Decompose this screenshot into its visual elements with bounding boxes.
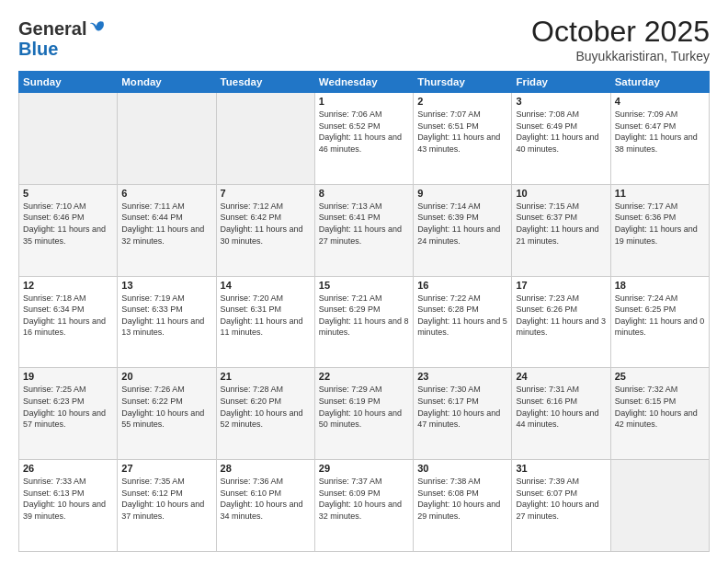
table-row: 16Sunrise: 7:22 AM Sunset: 6:28 PM Dayli… <box>414 276 512 368</box>
day-info: Sunrise: 7:10 AM Sunset: 6:46 PM Dayligh… <box>23 201 113 247</box>
table-row: 5Sunrise: 7:10 AM Sunset: 6:46 PM Daylig… <box>19 184 118 276</box>
day-info: Sunrise: 7:29 AM Sunset: 6:19 PM Dayligh… <box>319 384 409 430</box>
day-info: Sunrise: 7:26 AM Sunset: 6:22 PM Dayligh… <box>121 384 211 430</box>
page: General Blue October 2025 Buyukkaristira… <box>0 0 728 563</box>
calendar-week-row: 26Sunrise: 7:33 AM Sunset: 6:13 PM Dayli… <box>19 460 710 552</box>
day-info: Sunrise: 7:30 AM Sunset: 6:17 PM Dayligh… <box>417 384 507 430</box>
table-row: 26Sunrise: 7:33 AM Sunset: 6:13 PM Dayli… <box>19 460 118 552</box>
table-row: 31Sunrise: 7:39 AM Sunset: 6:07 PM Dayli… <box>512 460 610 552</box>
calendar-subtitle: Buyukkaristiran, Turkey <box>531 49 710 63</box>
table-row: 6Sunrise: 7:11 AM Sunset: 6:44 PM Daylig… <box>118 184 216 276</box>
day-info: Sunrise: 7:33 AM Sunset: 6:13 PM Dayligh… <box>23 476 113 522</box>
day-info: Sunrise: 7:35 AM Sunset: 6:12 PM Dayligh… <box>121 476 211 522</box>
table-row <box>118 93 216 185</box>
day-number: 24 <box>516 371 606 382</box>
day-number: 4 <box>615 96 705 107</box>
logo-blue-text: Blue <box>18 39 58 59</box>
logo: General Blue <box>18 18 105 59</box>
day-number: 15 <box>319 280 409 291</box>
day-number: 23 <box>417 371 507 382</box>
table-row: 22Sunrise: 7:29 AM Sunset: 6:19 PM Dayli… <box>314 368 413 460</box>
table-row <box>19 93 118 185</box>
table-row: 21Sunrise: 7:28 AM Sunset: 6:20 PM Dayli… <box>216 368 314 460</box>
day-number: 25 <box>615 371 705 382</box>
calendar-week-row: 19Sunrise: 7:25 AM Sunset: 6:23 PM Dayli… <box>19 368 710 460</box>
day-number: 28 <box>221 463 311 474</box>
day-info: Sunrise: 7:18 AM Sunset: 6:34 PM Dayligh… <box>23 293 113 339</box>
day-number: 1 <box>319 96 409 107</box>
calendar-week-row: 5Sunrise: 7:10 AM Sunset: 6:46 PM Daylig… <box>19 184 710 276</box>
table-row: 14Sunrise: 7:20 AM Sunset: 6:31 PM Dayli… <box>216 276 314 368</box>
day-number: 14 <box>221 280 311 291</box>
table-row: 11Sunrise: 7:17 AM Sunset: 6:36 PM Dayli… <box>610 184 709 276</box>
table-row: 27Sunrise: 7:35 AM Sunset: 6:12 PM Dayli… <box>118 460 216 552</box>
table-row: 17Sunrise: 7:23 AM Sunset: 6:26 PM Dayli… <box>512 276 610 368</box>
table-row: 25Sunrise: 7:32 AM Sunset: 6:15 PM Dayli… <box>610 368 709 460</box>
col-thursday: Thursday <box>414 72 512 93</box>
day-info: Sunrise: 7:14 AM Sunset: 6:39 PM Dayligh… <box>417 201 507 247</box>
day-info: Sunrise: 7:23 AM Sunset: 6:26 PM Dayligh… <box>516 293 606 339</box>
table-row: 3Sunrise: 7:08 AM Sunset: 6:49 PM Daylig… <box>512 93 610 185</box>
day-info: Sunrise: 7:11 AM Sunset: 6:44 PM Dayligh… <box>121 201 211 247</box>
day-number: 27 <box>121 463 211 474</box>
table-row: 29Sunrise: 7:37 AM Sunset: 6:09 PM Dayli… <box>314 460 413 552</box>
table-row: 10Sunrise: 7:15 AM Sunset: 6:37 PM Dayli… <box>512 184 610 276</box>
table-row: 23Sunrise: 7:30 AM Sunset: 6:17 PM Dayli… <box>414 368 512 460</box>
day-info: Sunrise: 7:25 AM Sunset: 6:23 PM Dayligh… <box>23 384 113 430</box>
table-row: 20Sunrise: 7:26 AM Sunset: 6:22 PM Dayli… <box>118 368 216 460</box>
day-info: Sunrise: 7:37 AM Sunset: 6:09 PM Dayligh… <box>319 476 409 522</box>
table-row: 9Sunrise: 7:14 AM Sunset: 6:39 PM Daylig… <box>414 184 512 276</box>
table-row: 13Sunrise: 7:19 AM Sunset: 6:33 PM Dayli… <box>118 276 216 368</box>
col-saturday: Saturday <box>610 72 709 93</box>
day-number: 16 <box>417 280 507 291</box>
day-info: Sunrise: 7:12 AM Sunset: 6:42 PM Dayligh… <box>221 201 311 247</box>
day-info: Sunrise: 7:24 AM Sunset: 6:25 PM Dayligh… <box>615 293 705 339</box>
day-info: Sunrise: 7:31 AM Sunset: 6:16 PM Dayligh… <box>516 384 606 430</box>
calendar-title: October 2025 <box>531 15 710 49</box>
table-row: 18Sunrise: 7:24 AM Sunset: 6:25 PM Dayli… <box>610 276 709 368</box>
day-info: Sunrise: 7:19 AM Sunset: 6:33 PM Dayligh… <box>121 293 211 339</box>
day-number: 18 <box>615 280 705 291</box>
day-number: 6 <box>121 188 211 199</box>
day-number: 3 <box>516 96 606 107</box>
day-number: 17 <box>516 280 606 291</box>
table-row: 7Sunrise: 7:12 AM Sunset: 6:42 PM Daylig… <box>216 184 314 276</box>
col-tuesday: Tuesday <box>216 72 314 93</box>
table-row: 2Sunrise: 7:07 AM Sunset: 6:51 PM Daylig… <box>414 93 512 185</box>
day-number: 13 <box>121 280 211 291</box>
day-info: Sunrise: 7:06 AM Sunset: 6:52 PM Dayligh… <box>319 109 409 155</box>
logo-bird-icon <box>88 19 105 36</box>
day-number: 2 <box>417 96 507 107</box>
day-number: 26 <box>23 463 113 474</box>
calendar-week-row: 1Sunrise: 7:06 AM Sunset: 6:52 PM Daylig… <box>19 93 710 185</box>
day-number: 9 <box>417 188 507 199</box>
day-number: 19 <box>23 371 113 382</box>
calendar-table: Sunday Monday Tuesday Wednesday Thursday… <box>18 71 710 552</box>
day-number: 5 <box>23 188 113 199</box>
table-row: 28Sunrise: 7:36 AM Sunset: 6:10 PM Dayli… <box>216 460 314 552</box>
day-number: 7 <box>221 188 311 199</box>
day-number: 30 <box>417 463 507 474</box>
title-block: October 2025 Buyukkaristiran, Turkey <box>531 15 710 63</box>
calendar-header-row: Sunday Monday Tuesday Wednesday Thursday… <box>19 72 710 93</box>
day-info: Sunrise: 7:09 AM Sunset: 6:47 PM Dayligh… <box>615 109 705 155</box>
day-number: 8 <box>319 188 409 199</box>
day-number: 29 <box>319 463 409 474</box>
table-row: 19Sunrise: 7:25 AM Sunset: 6:23 PM Dayli… <box>19 368 118 460</box>
day-info: Sunrise: 7:38 AM Sunset: 6:08 PM Dayligh… <box>417 476 507 522</box>
day-number: 22 <box>319 371 409 382</box>
day-info: Sunrise: 7:22 AM Sunset: 6:28 PM Dayligh… <box>417 293 507 339</box>
day-info: Sunrise: 7:21 AM Sunset: 6:29 PM Dayligh… <box>319 293 409 339</box>
day-info: Sunrise: 7:13 AM Sunset: 6:41 PM Dayligh… <box>319 201 409 247</box>
table-row: 4Sunrise: 7:09 AM Sunset: 6:47 PM Daylig… <box>610 93 709 185</box>
day-number: 12 <box>23 280 113 291</box>
col-sunday: Sunday <box>19 72 118 93</box>
day-info: Sunrise: 7:07 AM Sunset: 6:51 PM Dayligh… <box>417 109 507 155</box>
table-row: 15Sunrise: 7:21 AM Sunset: 6:29 PM Dayli… <box>314 276 413 368</box>
calendar-week-row: 12Sunrise: 7:18 AM Sunset: 6:34 PM Dayli… <box>19 276 710 368</box>
table-row: 30Sunrise: 7:38 AM Sunset: 6:08 PM Dayli… <box>414 460 512 552</box>
table-row: 1Sunrise: 7:06 AM Sunset: 6:52 PM Daylig… <box>314 93 413 185</box>
day-info: Sunrise: 7:36 AM Sunset: 6:10 PM Dayligh… <box>221 476 311 522</box>
table-row: 8Sunrise: 7:13 AM Sunset: 6:41 PM Daylig… <box>314 184 413 276</box>
header: General Blue October 2025 Buyukkaristira… <box>18 15 710 63</box>
